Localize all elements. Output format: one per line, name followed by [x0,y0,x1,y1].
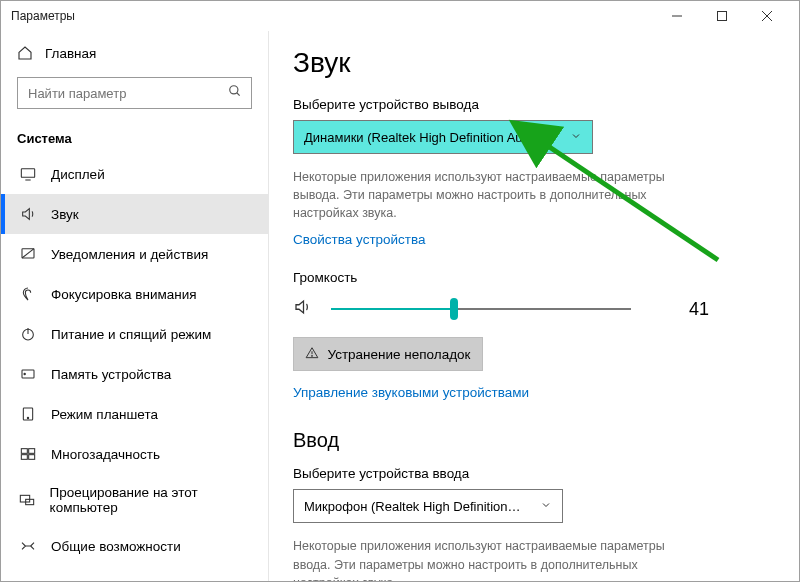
volume-row: 41 [293,297,763,321]
chevron-down-icon [540,499,552,514]
volume-slider[interactable] [331,297,631,321]
sidebar-item-label: Питание и спящий режим [51,327,211,342]
input-hint: Некоторые приложения используют настраив… [293,537,703,581]
sidebar-item-label: Режим планшета [51,407,158,422]
sidebar-item-power[interactable]: Питание и спящий режим [1,314,268,354]
output-hint: Некоторые приложения используют настраив… [293,168,703,222]
notify-icon [19,245,37,263]
svg-rect-6 [21,169,34,178]
sidebar-item-focus[interactable]: Фокусировка внимания [1,274,268,314]
input-device-value: Микрофон (Realtek High Definition… [304,499,521,514]
svg-rect-18 [21,455,27,460]
chevron-down-icon [570,130,582,145]
page-title: Звук [293,47,763,79]
close-button[interactable] [744,1,789,31]
window-title: Параметры [11,9,75,23]
manage-sound-devices-link[interactable]: Управление звуковыми устройствами [293,385,529,400]
sidebar-item-multitask[interactable]: Многозадачность [1,434,268,474]
focus-icon [19,285,37,303]
sidebar: Главная Система Дисплей Звук [1,31,269,581]
sidebar-item-label: Проецирование на этот компьютер [50,485,252,515]
output-device-label: Выберите устройство вывода [293,97,763,112]
main-content: Звук Выберите устройство вывода Динамики… [269,31,799,581]
output-device-value: Динамики (Realtek High Definition Audio) [304,130,544,145]
tablet-icon [19,405,37,423]
multi-icon [19,445,37,463]
sidebar-nav: Дисплей Звук Уведомления и действия Фоку… [1,154,268,581]
sidebar-item-storage[interactable]: Память устройства [1,354,268,394]
display-icon [19,165,37,183]
titlebar: Параметры [1,1,799,31]
sound-icon [19,205,37,223]
svg-rect-1 [717,12,726,21]
power-icon [19,325,37,343]
sidebar-item-label: Память устройства [51,367,171,382]
sidebar-item-label: Уведомления и действия [51,247,208,262]
input-heading: Ввод [293,429,763,452]
sidebar-item-notifications[interactable]: Уведомления и действия [1,234,268,274]
sidebar-item-sound[interactable]: Звук [1,194,268,234]
sidebar-item-label: Звук [51,207,79,222]
input-device-select[interactable]: Микрофон (Realtek High Definition… [293,489,563,523]
project-icon [19,491,36,509]
volume-icon[interactable] [293,298,313,321]
sidebar-section-header: Система [1,121,268,154]
input-device-label: Выберите устройства ввода [293,466,763,481]
svg-point-15 [27,417,28,418]
sidebar-item-label: Фокусировка внимания [51,287,197,302]
search-input[interactable] [17,77,252,109]
volume-value: 41 [689,299,709,320]
sidebar-item-label: Дисплей [51,167,105,182]
svg-point-13 [24,373,25,374]
output-device-properties-link[interactable]: Свойства устройства [293,232,426,247]
home-label: Главная [45,46,96,61]
svg-point-23 [312,355,313,356]
minimize-button[interactable] [654,1,699,31]
troubleshoot-label: Устранение неполадок [327,347,470,362]
home-icon [17,45,33,61]
svg-line-9 [22,249,34,258]
maximize-button[interactable] [699,1,744,31]
sidebar-item-label: Общие возможности [51,539,181,554]
warning-icon [305,346,319,363]
svg-rect-16 [21,449,27,454]
svg-rect-17 [29,449,35,454]
svg-point-4 [230,86,238,94]
svg-rect-19 [29,455,35,460]
search-container [17,77,252,109]
svg-line-5 [237,93,240,96]
output-device-select[interactable]: Динамики (Realtek High Definition Audio) [293,120,593,154]
svg-rect-20 [21,495,30,502]
settings-window: Параметры Главная [0,0,800,582]
home-nav[interactable]: Главная [1,37,268,69]
search-icon [228,84,244,100]
sidebar-item-project[interactable]: Проецирование на этот компьютер [1,474,268,526]
shared-icon [19,537,37,555]
sidebar-item-display[interactable]: Дисплей [1,154,268,194]
volume-label: Громкость [293,270,763,285]
storage-icon [19,365,37,383]
sidebar-item-label: Многозадачность [51,447,160,462]
sidebar-item-shared[interactable]: Общие возможности [1,526,268,566]
troubleshoot-button[interactable]: Устранение неполадок [293,337,483,371]
sidebar-item-tablet[interactable]: Режим планшета [1,394,268,434]
